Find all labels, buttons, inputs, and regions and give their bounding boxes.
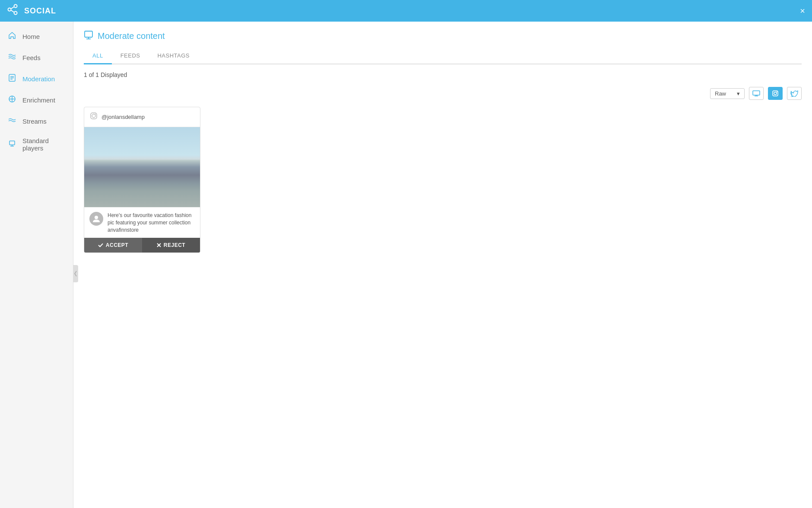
post-avatar (89, 212, 103, 226)
svg-point-22 (774, 92, 777, 95)
svg-line-3 (11, 7, 14, 9)
sidebar-item-moderation-label: Moderation (22, 75, 55, 83)
filter-bar: Raw ▾ (84, 87, 802, 100)
page-header: Moderate content (84, 30, 802, 42)
svg-point-26 (95, 114, 96, 115)
post-card-header: @jonlansdellamp (84, 107, 200, 127)
sidebar-item-feeds[interactable]: Feeds (0, 47, 73, 68)
svg-point-25 (92, 114, 95, 118)
share-icon (7, 4, 18, 18)
svg-rect-12 (10, 141, 15, 145)
tab-all[interactable]: ALL (84, 48, 112, 64)
sidebar-item-streams[interactable]: Streams (0, 111, 73, 132)
sidebar-item-moderation[interactable]: Moderation (0, 68, 73, 89)
svg-point-27 (95, 216, 98, 219)
post-footer: Here's our favourite vacation fashion pi… (84, 207, 200, 238)
post-instagram-icon (89, 112, 98, 122)
players-icon (8, 139, 18, 150)
svg-point-1 (8, 8, 11, 11)
streams-icon (8, 116, 18, 127)
svg-rect-18 (753, 91, 760, 95)
post-username: @jonlansdellamp (102, 114, 145, 120)
raw-filter-dropdown[interactable]: Raw ▾ (710, 88, 745, 99)
moderation-icon (8, 73, 18, 84)
sidebar: Home Feeds Moderation (0, 22, 73, 508)
svg-point-2 (14, 12, 17, 15)
svg-point-0 (14, 5, 17, 8)
desktop-view-button[interactable] (749, 87, 764, 100)
accept-button[interactable]: ACCEPT (84, 238, 142, 252)
feeds-icon (8, 52, 18, 63)
enrichment-icon (8, 95, 18, 105)
stats-text: 1 of 1 Displayed (84, 71, 127, 78)
page-title: Moderate content (98, 31, 165, 41)
sidebar-item-home-label: Home (22, 33, 40, 40)
close-button[interactable]: × (800, 6, 805, 16)
filter-value: Raw (715, 90, 726, 97)
post-actions: ACCEPT REJECT (84, 238, 200, 252)
instagram-view-button[interactable] (768, 87, 783, 100)
sidebar-item-feeds-label: Feeds (22, 54, 41, 61)
moderate-content-icon (84, 30, 93, 42)
sidebar-item-enrichment[interactable]: Enrichment (0, 89, 73, 111)
app-title: SOCIAL (24, 6, 56, 16)
main-content: Moderate content ALL FEEDS HASHTAGS 1 of… (73, 22, 812, 508)
home-icon (8, 31, 18, 42)
sidebar-collapse-handle[interactable] (73, 265, 78, 282)
post-card: @jonlansdellamp Here's our favourite vac… (84, 107, 200, 253)
svg-rect-15 (85, 31, 92, 37)
reject-button[interactable]: REJECT (142, 238, 200, 252)
svg-rect-24 (91, 113, 97, 119)
app-header: SOCIAL × (0, 0, 812, 22)
tabs-bar: ALL FEEDS HASHTAGS (84, 48, 802, 64)
post-image (84, 127, 200, 207)
stats-display: 1 of 1 Displayed (84, 71, 802, 78)
sidebar-item-standard-players[interactable]: Standard players (0, 132, 73, 157)
sidebar-item-streams-label: Streams (22, 118, 47, 125)
post-caption: Here's our favourite vacation fashion pi… (108, 212, 195, 233)
twitter-view-button[interactable] (787, 87, 802, 100)
sidebar-item-enrichment-label: Enrichment (22, 96, 55, 104)
tab-hashtags[interactable]: HASHTAGS (149, 48, 198, 64)
svg-line-4 (11, 10, 14, 13)
sidebar-item-home[interactable]: Home (0, 26, 73, 47)
dropdown-arrow-icon: ▾ (737, 90, 740, 97)
tab-feeds[interactable]: FEEDS (112, 48, 149, 64)
svg-point-23 (777, 92, 777, 93)
sidebar-item-players-label: Standard players (22, 137, 65, 152)
